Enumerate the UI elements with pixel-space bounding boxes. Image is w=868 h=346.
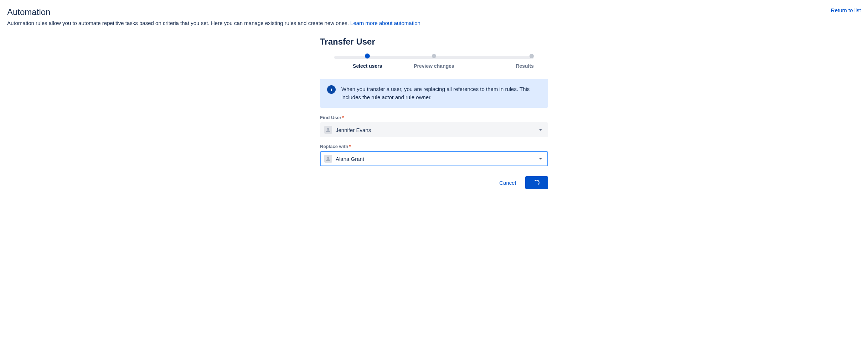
- submit-button[interactable]: [525, 176, 548, 189]
- loading-spinner-icon: [534, 180, 539, 185]
- find-user-label: Find User*: [320, 115, 548, 120]
- find-user-label-text: Find User: [320, 115, 341, 120]
- replace-with-value: Alana Grant: [336, 156, 364, 162]
- learn-more-link[interactable]: Learn more about automation: [350, 20, 420, 26]
- info-text: When you transfer a user, you are replac…: [341, 85, 541, 101]
- avatar-icon: [324, 126, 332, 134]
- replace-with-label: Replace with*: [320, 144, 548, 149]
- replace-with-select[interactable]: Alana Grant: [320, 151, 548, 166]
- page-description: Automation rules allow you to automate r…: [7, 20, 861, 26]
- cancel-button[interactable]: Cancel: [494, 177, 521, 189]
- find-user-select[interactable]: Jennifer Evans: [320, 122, 548, 137]
- replace-with-label-text: Replace with: [320, 144, 348, 149]
- return-to-list-link[interactable]: Return to list: [831, 7, 861, 13]
- step-dot: [529, 54, 534, 58]
- required-asterisk: *: [349, 144, 351, 149]
- step-label-3: Results: [516, 63, 534, 69]
- step-label-1: Select users: [353, 63, 382, 69]
- progress-stepper: Select users Preview changes Results: [334, 54, 534, 69]
- required-asterisk: *: [342, 115, 344, 120]
- svg-point-1: [327, 157, 329, 159]
- avatar-icon: [324, 155, 332, 163]
- step-dot-active: [365, 54, 370, 58]
- info-icon: i: [327, 85, 336, 94]
- step-label-2: Preview changes: [414, 63, 454, 69]
- description-text: Automation rules allow you to automate r…: [7, 20, 350, 26]
- page-title: Automation: [7, 7, 50, 17]
- info-banner: i When you transfer a user, you are repl…: [320, 79, 548, 108]
- chevron-down-icon: [537, 156, 544, 162]
- find-user-value: Jennifer Evans: [336, 127, 371, 133]
- svg-point-0: [327, 128, 329, 130]
- step-preview-changes: Preview changes: [401, 54, 467, 69]
- step-results: Results: [467, 54, 534, 69]
- step-dot: [432, 54, 436, 58]
- chevron-down-icon: [537, 127, 544, 133]
- transfer-user-title: Transfer User: [320, 37, 548, 47]
- step-select-users: Select users: [334, 54, 401, 69]
